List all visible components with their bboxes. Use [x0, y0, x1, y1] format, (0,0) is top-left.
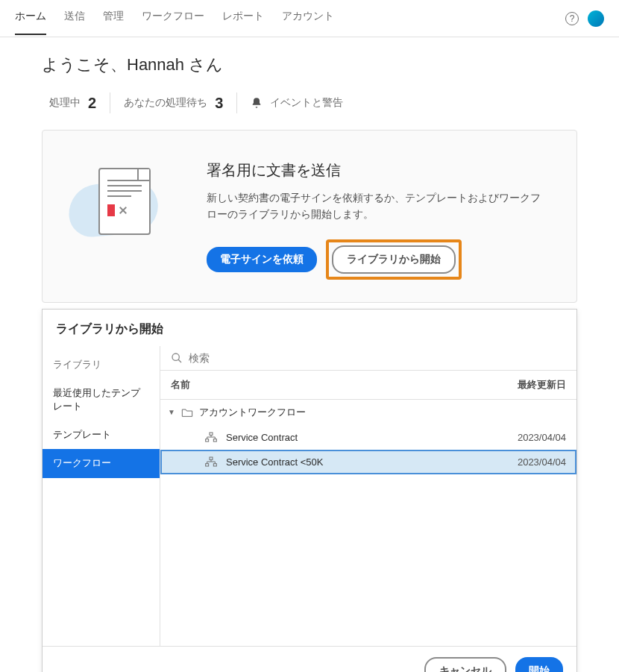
svg-rect-2 — [210, 433, 213, 435]
sidebar-item-templates[interactable]: テンプレート — [43, 421, 160, 449]
stat-waiting-label: あなたの処理待ち — [124, 96, 207, 110]
stat-in-progress-label: 処理中 — [49, 96, 81, 110]
start-from-library-button[interactable]: ライブラリから開始 — [332, 245, 456, 274]
table-head: 名前 最終更新日 — [160, 371, 576, 400]
row-label: Service Contract <50K — [226, 456, 483, 468]
modal-footer: キャンセル 開始 — [43, 646, 576, 672]
stat-events-label: イベントと警告 — [270, 96, 343, 110]
start-button[interactable]: 開始 — [515, 657, 563, 672]
chevron-down-icon: ▼ — [168, 408, 175, 416]
highlight-box: ライブラリから開始 — [326, 239, 462, 280]
cancel-button[interactable]: キャンセル — [424, 657, 506, 672]
svg-line-1 — [178, 359, 181, 362]
hero-card: 署名用に文書を送信 新しい契約書の電子サインを依頼するか、テンプレートおよびワー… — [42, 130, 577, 303]
sidebar-item-recent[interactable]: 最近使用したテンプレート — [43, 379, 160, 421]
stat-waiting-value: 3 — [215, 95, 223, 112]
top-nav: ホーム 送信 管理 ワークフロー レポート アカウント ? — [0, 0, 619, 37]
row-label: Service Contract — [226, 432, 483, 443]
hero-buttons: 電子サインを依頼 ライブラリから開始 — [207, 239, 547, 280]
col-head-date[interactable]: 最終更新日 — [491, 378, 566, 392]
svg-rect-9 — [210, 457, 213, 459]
workflow-icon — [205, 456, 217, 467]
request-signature-button[interactable]: 電子サインを依頼 — [207, 247, 317, 272]
search-row — [160, 346, 576, 371]
modal-sidebar: ライブラリ 最近使用したテンプレート テンプレート ワークフロー — [43, 346, 160, 646]
nav-tab-manage[interactable]: 管理 — [103, 10, 124, 35]
hero-illustration — [72, 160, 177, 242]
avatar[interactable] — [588, 10, 604, 27]
hero-text: 署名用に文書を送信 新しい契約書の電子サインを依頼するか、テンプレートおよびワー… — [207, 160, 547, 280]
table-body: ▼ アカウントワークフロー Service Contract 2023/04/0… — [160, 400, 576, 646]
help-icon[interactable]: ? — [565, 12, 579, 25]
workflow-icon — [205, 432, 217, 442]
nav-tab-send[interactable]: 送信 — [64, 10, 85, 35]
modal-title: ライブラリから開始 — [43, 310, 576, 346]
nav-tab-report[interactable]: レポート — [222, 10, 264, 35]
tree-group-row[interactable]: ▼ アカウントワークフロー — [160, 400, 576, 425]
row-date: 2023/04/04 — [491, 456, 566, 468]
search-icon — [171, 352, 183, 364]
stats-row: 処理中 2 あなたの処理待ち 3 イベントと警告 — [0, 82, 619, 130]
svg-point-0 — [172, 354, 179, 360]
sidebar-item-workflows[interactable]: ワークフロー — [43, 449, 160, 477]
folder-icon — [181, 407, 193, 418]
svg-rect-4 — [213, 439, 216, 442]
svg-rect-3 — [206, 439, 209, 442]
stat-waiting[interactable]: あなたの処理待ち 3 — [110, 95, 236, 112]
hero-desc: 新しい契約書の電子サインを依頼するか、テンプレートおよびワークフローのライブラリ… — [207, 189, 547, 223]
bell-icon — [251, 97, 263, 109]
document-icon — [98, 168, 151, 235]
sidebar-group-label: ライブラリ — [43, 346, 160, 379]
nav-tab-workflow[interactable]: ワークフロー — [142, 10, 204, 35]
stat-in-progress[interactable]: 処理中 2 — [42, 95, 110, 112]
hero-title: 署名用に文書を送信 — [207, 160, 547, 180]
table-row[interactable]: Service Contract 2023/04/04 — [160, 425, 576, 450]
welcome-heading: ようこそ、Hannah さん — [0, 37, 619, 82]
col-head-name[interactable]: 名前 — [171, 378, 491, 392]
svg-rect-11 — [213, 464, 216, 466]
stat-events[interactable]: イベントと警告 — [237, 96, 356, 110]
modal-main: 名前 最終更新日 ▼ アカウントワークフロー Service Contract … — [160, 346, 576, 646]
tree-group-label: アカウントワークフロー — [199, 406, 306, 419]
nav-tabs: ホーム 送信 管理 ワークフロー レポート アカウント — [15, 10, 565, 35]
library-modal: ライブラリから開始 ライブラリ 最近使用したテンプレート テンプレート ワークフ… — [42, 309, 577, 672]
search-input[interactable] — [189, 352, 566, 364]
stat-in-progress-value: 2 — [88, 95, 96, 112]
svg-rect-10 — [206, 464, 209, 466]
nav-tab-home[interactable]: ホーム — [15, 10, 46, 35]
nav-right: ? — [565, 10, 604, 34]
nav-tab-account[interactable]: アカウント — [282, 10, 334, 35]
modal-body: ライブラリ 最近使用したテンプレート テンプレート ワークフロー 名前 最終更新… — [43, 346, 576, 646]
table-row[interactable]: Service Contract <50K 2023/04/04 — [160, 450, 576, 474]
row-date: 2023/04/04 — [491, 432, 566, 443]
